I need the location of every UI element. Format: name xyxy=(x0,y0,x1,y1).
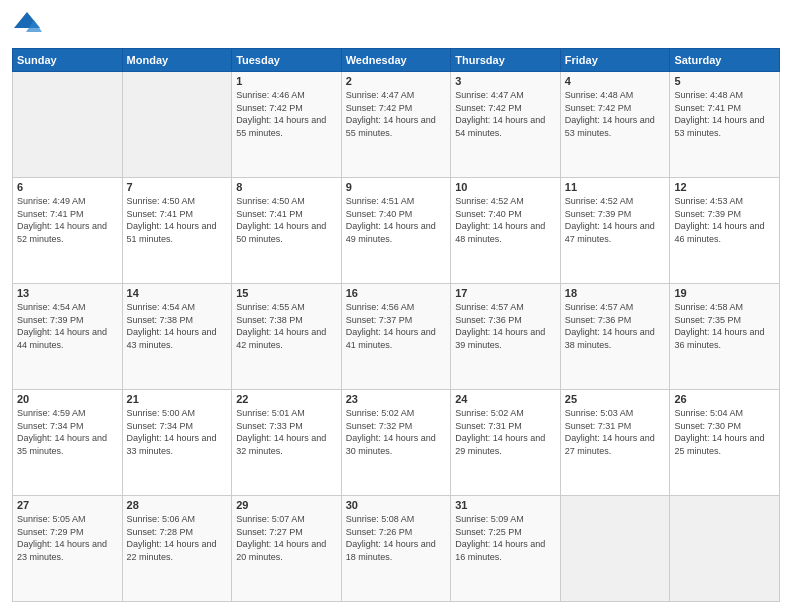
calendar-cell: 22Sunrise: 5:01 AMSunset: 7:33 PMDayligh… xyxy=(232,390,342,496)
day-number: 18 xyxy=(565,287,666,299)
weekday-header-monday: Monday xyxy=(122,49,232,72)
calendar-week-5: 27Sunrise: 5:05 AMSunset: 7:29 PMDayligh… xyxy=(13,496,780,602)
calendar-cell: 6Sunrise: 4:49 AMSunset: 7:41 PMDaylight… xyxy=(13,178,123,284)
logo xyxy=(12,10,46,40)
day-info: Sunrise: 4:59 AMSunset: 7:34 PMDaylight:… xyxy=(17,407,118,457)
calendar-cell xyxy=(560,496,670,602)
calendar-table: SundayMondayTuesdayWednesdayThursdayFrid… xyxy=(12,48,780,602)
day-number: 21 xyxy=(127,393,228,405)
day-info: Sunrise: 4:47 AMSunset: 7:42 PMDaylight:… xyxy=(346,89,447,139)
calendar-cell: 1Sunrise: 4:46 AMSunset: 7:42 PMDaylight… xyxy=(232,72,342,178)
weekday-header-row: SundayMondayTuesdayWednesdayThursdayFrid… xyxy=(13,49,780,72)
calendar-cell: 29Sunrise: 5:07 AMSunset: 7:27 PMDayligh… xyxy=(232,496,342,602)
day-number: 28 xyxy=(127,499,228,511)
day-info: Sunrise: 4:52 AMSunset: 7:39 PMDaylight:… xyxy=(565,195,666,245)
day-info: Sunrise: 5:02 AMSunset: 7:32 PMDaylight:… xyxy=(346,407,447,457)
calendar-cell: 26Sunrise: 5:04 AMSunset: 7:30 PMDayligh… xyxy=(670,390,780,496)
calendar-cell: 4Sunrise: 4:48 AMSunset: 7:42 PMDaylight… xyxy=(560,72,670,178)
day-number: 30 xyxy=(346,499,447,511)
calendar-cell: 21Sunrise: 5:00 AMSunset: 7:34 PMDayligh… xyxy=(122,390,232,496)
calendar-cell: 2Sunrise: 4:47 AMSunset: 7:42 PMDaylight… xyxy=(341,72,451,178)
weekday-header-thursday: Thursday xyxy=(451,49,561,72)
day-info: Sunrise: 4:57 AMSunset: 7:36 PMDaylight:… xyxy=(455,301,556,351)
calendar-cell: 17Sunrise: 4:57 AMSunset: 7:36 PMDayligh… xyxy=(451,284,561,390)
calendar-cell: 12Sunrise: 4:53 AMSunset: 7:39 PMDayligh… xyxy=(670,178,780,284)
calendar-week-2: 6Sunrise: 4:49 AMSunset: 7:41 PMDaylight… xyxy=(13,178,780,284)
calendar-cell: 5Sunrise: 4:48 AMSunset: 7:41 PMDaylight… xyxy=(670,72,780,178)
calendar-cell: 14Sunrise: 4:54 AMSunset: 7:38 PMDayligh… xyxy=(122,284,232,390)
calendar-cell xyxy=(670,496,780,602)
day-info: Sunrise: 4:53 AMSunset: 7:39 PMDaylight:… xyxy=(674,195,775,245)
day-info: Sunrise: 4:47 AMSunset: 7:42 PMDaylight:… xyxy=(455,89,556,139)
day-info: Sunrise: 5:02 AMSunset: 7:31 PMDaylight:… xyxy=(455,407,556,457)
day-info: Sunrise: 5:07 AMSunset: 7:27 PMDaylight:… xyxy=(236,513,337,563)
header xyxy=(12,10,780,40)
day-number: 13 xyxy=(17,287,118,299)
day-number: 25 xyxy=(565,393,666,405)
day-number: 23 xyxy=(346,393,447,405)
day-number: 7 xyxy=(127,181,228,193)
day-info: Sunrise: 4:52 AMSunset: 7:40 PMDaylight:… xyxy=(455,195,556,245)
calendar-cell: 30Sunrise: 5:08 AMSunset: 7:26 PMDayligh… xyxy=(341,496,451,602)
day-info: Sunrise: 5:05 AMSunset: 7:29 PMDaylight:… xyxy=(17,513,118,563)
day-number: 26 xyxy=(674,393,775,405)
day-info: Sunrise: 5:03 AMSunset: 7:31 PMDaylight:… xyxy=(565,407,666,457)
calendar-cell: 20Sunrise: 4:59 AMSunset: 7:34 PMDayligh… xyxy=(13,390,123,496)
calendar-cell: 9Sunrise: 4:51 AMSunset: 7:40 PMDaylight… xyxy=(341,178,451,284)
day-number: 6 xyxy=(17,181,118,193)
calendar-cell: 16Sunrise: 4:56 AMSunset: 7:37 PMDayligh… xyxy=(341,284,451,390)
day-number: 22 xyxy=(236,393,337,405)
weekday-header-friday: Friday xyxy=(560,49,670,72)
logo-icon xyxy=(12,10,42,40)
calendar-cell: 24Sunrise: 5:02 AMSunset: 7:31 PMDayligh… xyxy=(451,390,561,496)
calendar-cell: 7Sunrise: 4:50 AMSunset: 7:41 PMDaylight… xyxy=(122,178,232,284)
weekday-header-saturday: Saturday xyxy=(670,49,780,72)
day-number: 8 xyxy=(236,181,337,193)
day-info: Sunrise: 4:58 AMSunset: 7:35 PMDaylight:… xyxy=(674,301,775,351)
day-number: 24 xyxy=(455,393,556,405)
page: SundayMondayTuesdayWednesdayThursdayFrid… xyxy=(0,0,792,612)
calendar-cell: 31Sunrise: 5:09 AMSunset: 7:25 PMDayligh… xyxy=(451,496,561,602)
day-info: Sunrise: 4:50 AMSunset: 7:41 PMDaylight:… xyxy=(236,195,337,245)
day-number: 16 xyxy=(346,287,447,299)
day-number: 29 xyxy=(236,499,337,511)
day-number: 4 xyxy=(565,75,666,87)
day-info: Sunrise: 5:08 AMSunset: 7:26 PMDaylight:… xyxy=(346,513,447,563)
calendar-cell: 28Sunrise: 5:06 AMSunset: 7:28 PMDayligh… xyxy=(122,496,232,602)
day-number: 5 xyxy=(674,75,775,87)
calendar-body: 1Sunrise: 4:46 AMSunset: 7:42 PMDaylight… xyxy=(13,72,780,602)
day-number: 10 xyxy=(455,181,556,193)
day-number: 9 xyxy=(346,181,447,193)
calendar-cell: 13Sunrise: 4:54 AMSunset: 7:39 PMDayligh… xyxy=(13,284,123,390)
day-number: 12 xyxy=(674,181,775,193)
day-info: Sunrise: 5:04 AMSunset: 7:30 PMDaylight:… xyxy=(674,407,775,457)
day-number: 14 xyxy=(127,287,228,299)
calendar-week-3: 13Sunrise: 4:54 AMSunset: 7:39 PMDayligh… xyxy=(13,284,780,390)
calendar-cell: 27Sunrise: 5:05 AMSunset: 7:29 PMDayligh… xyxy=(13,496,123,602)
calendar-cell: 19Sunrise: 4:58 AMSunset: 7:35 PMDayligh… xyxy=(670,284,780,390)
day-info: Sunrise: 4:55 AMSunset: 7:38 PMDaylight:… xyxy=(236,301,337,351)
calendar-week-4: 20Sunrise: 4:59 AMSunset: 7:34 PMDayligh… xyxy=(13,390,780,496)
day-info: Sunrise: 4:54 AMSunset: 7:39 PMDaylight:… xyxy=(17,301,118,351)
day-number: 20 xyxy=(17,393,118,405)
day-info: Sunrise: 5:01 AMSunset: 7:33 PMDaylight:… xyxy=(236,407,337,457)
day-info: Sunrise: 4:51 AMSunset: 7:40 PMDaylight:… xyxy=(346,195,447,245)
day-number: 3 xyxy=(455,75,556,87)
calendar-cell: 18Sunrise: 4:57 AMSunset: 7:36 PMDayligh… xyxy=(560,284,670,390)
day-number: 17 xyxy=(455,287,556,299)
day-info: Sunrise: 4:54 AMSunset: 7:38 PMDaylight:… xyxy=(127,301,228,351)
calendar-cell: 23Sunrise: 5:02 AMSunset: 7:32 PMDayligh… xyxy=(341,390,451,496)
day-number: 2 xyxy=(346,75,447,87)
calendar-cell: 11Sunrise: 4:52 AMSunset: 7:39 PMDayligh… xyxy=(560,178,670,284)
calendar-week-1: 1Sunrise: 4:46 AMSunset: 7:42 PMDaylight… xyxy=(13,72,780,178)
day-info: Sunrise: 5:00 AMSunset: 7:34 PMDaylight:… xyxy=(127,407,228,457)
day-info: Sunrise: 5:09 AMSunset: 7:25 PMDaylight:… xyxy=(455,513,556,563)
day-info: Sunrise: 4:48 AMSunset: 7:41 PMDaylight:… xyxy=(674,89,775,139)
calendar-cell xyxy=(122,72,232,178)
day-info: Sunrise: 4:49 AMSunset: 7:41 PMDaylight:… xyxy=(17,195,118,245)
day-number: 15 xyxy=(236,287,337,299)
calendar-cell xyxy=(13,72,123,178)
day-info: Sunrise: 4:48 AMSunset: 7:42 PMDaylight:… xyxy=(565,89,666,139)
calendar-cell: 8Sunrise: 4:50 AMSunset: 7:41 PMDaylight… xyxy=(232,178,342,284)
day-info: Sunrise: 5:06 AMSunset: 7:28 PMDaylight:… xyxy=(127,513,228,563)
